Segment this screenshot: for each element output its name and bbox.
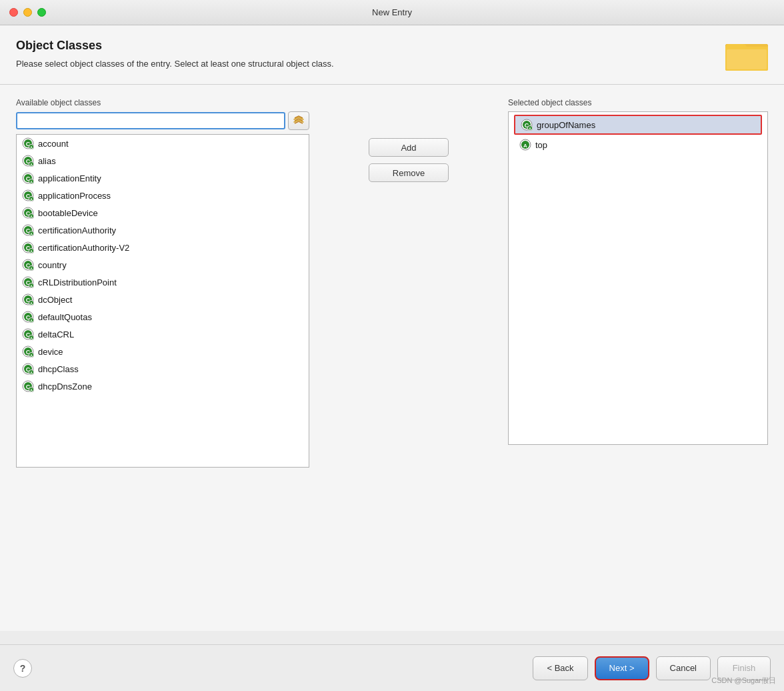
svg-text:A: A [30,197,33,201]
class-name: deltaCRL [38,329,74,339]
page-description: Please select object classes of the entr… [16,58,334,70]
class-name: country [38,260,67,270]
svg-text:A: A [30,284,33,288]
class-icon: C A [22,172,34,184]
class-name: certificationAuthority [38,225,116,235]
footer-left: ? [13,659,32,678]
class-name: alias [38,156,56,166]
left-panel: Available object classes [16,98,309,468]
svg-text:A: A [30,267,33,271]
class-icon: C A [22,224,34,236]
list-item[interactable]: C A applicationProcess [17,187,309,204]
footer: ? < Back Next > Cancel Finish [0,644,784,691]
window-title: New Entry [372,7,412,17]
class-name: dhcpDnsZone [38,382,92,392]
list-item[interactable]: C A dhcpDnsZone [17,378,309,395]
svg-text:A: A [30,249,33,253]
class-name: account [38,139,69,149]
help-button[interactable]: ? [13,659,32,678]
class-icon: C A [521,119,533,131]
class-name: dcObject [38,295,72,305]
selected-class-name: top [535,140,547,150]
next-button[interactable]: Next > [595,656,649,680]
list-item[interactable]: C A defaultQuotas [17,308,309,325]
svg-text:A: A [30,145,33,149]
available-label: Available object classes [16,98,309,107]
middle-panel: Add Remove [309,138,508,182]
remove-button[interactable]: Remove [369,163,449,182]
svg-text:A: A [30,215,33,219]
class-icon: C A [22,380,34,392]
selected-class-name: groupOfNames [537,120,595,130]
class-name: device [38,347,63,357]
svg-text:A: A [529,127,531,131]
list-item[interactable]: C A dhcpClass [17,360,309,378]
list-item[interactable]: C A cRLDistributionPoint [17,273,309,291]
list-item[interactable]: C A deltaCRL [17,325,309,343]
list-item[interactable]: C A applicationEntity [17,169,309,187]
svg-text:A: A [30,388,33,392]
svg-text:A: A [30,354,33,358]
right-panel: Selected object classes C A groupOfNames… [508,98,768,445]
class-icon: C A [22,155,34,167]
svg-text:A: A [30,301,33,305]
maximize-button[interactable] [37,8,46,17]
minimize-button[interactable] [23,8,32,17]
class-icon: C A [22,207,34,219]
header-area: Object Classes Please select object clas… [16,39,768,73]
class-icon: C A [22,328,34,340]
class-icon: C A [22,189,34,201]
class-icon: C A [22,259,34,271]
svg-text:A: A [30,232,33,236]
arrows-icon [293,115,305,127]
panels-area: Available object classes [16,98,768,631]
svg-text:A: A [30,371,33,375]
add-button[interactable]: Add [369,138,449,157]
class-name: cRLDistributionPoint [38,277,117,287]
list-item[interactable]: C A account [17,135,309,152]
class-name: dhcpClass [38,364,79,374]
selected-list-item[interactable]: C A groupOfNames [515,116,761,133]
search-input[interactable] [16,112,285,129]
class-name: defaultQuotas [38,312,92,322]
list-item[interactable]: C A certificationAuthority [17,221,309,239]
list-item[interactable]: C A certificationAuthority-V2 [17,239,309,256]
class-icon: C A [22,293,34,305]
list-item[interactable]: C A country [17,256,309,273]
selected-classes-list[interactable]: C A groupOfNames A top [508,111,768,445]
class-icon: C A [22,363,34,375]
svg-text:A: A [30,319,33,323]
search-button[interactable] [288,111,309,130]
close-button[interactable] [9,8,18,17]
svg-text:A: A [30,163,33,167]
back-button[interactable]: < Back [533,656,587,680]
selected-label: Selected object classes [508,98,768,107]
list-item[interactable]: C A bootableDevice [17,204,309,221]
watermark: CSDN @Sugar假日 [711,676,776,686]
class-icon: C A [22,346,34,358]
page-title: Object Classes [16,39,334,53]
cancel-button[interactable]: Cancel [656,656,711,680]
header-text: Object Classes Please select object clas… [16,39,334,70]
available-classes-list[interactable]: C A account C A alias C A applicationEnt… [16,134,309,468]
list-item[interactable]: C A dcObject [17,291,309,308]
selected-list-item[interactable]: A top [514,136,767,153]
folder-icon [725,36,768,73]
svg-text:A: A [30,336,33,340]
svg-text:A: A [30,180,33,184]
svg-rect-3 [727,49,767,69]
search-row [16,111,309,130]
window-controls [9,8,46,17]
class-icon: C A [22,276,34,288]
class-icon: A [519,139,531,151]
list-item[interactable]: C A alias [17,152,309,169]
class-name: bootableDevice [38,208,98,218]
main-content: Object Classes Please select object clas… [0,25,784,631]
class-name: certificationAuthority-V2 [38,243,129,253]
class-icon: C A [22,241,34,253]
titlebar: New Entry [0,0,784,25]
class-name: applicationProcess [38,191,111,201]
class-icon: C A [22,137,34,149]
list-item[interactable]: C A device [17,343,309,360]
svg-text:A: A [523,143,527,149]
